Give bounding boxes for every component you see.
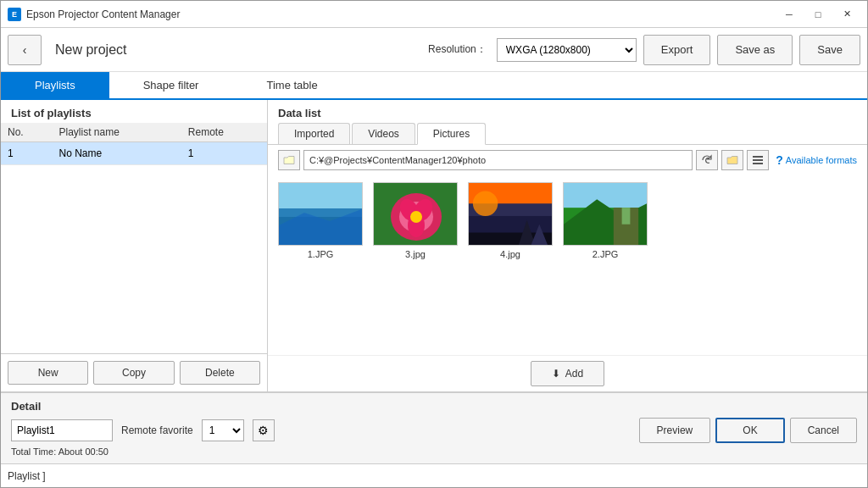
path-row: C:¥@Projects¥ContentManager120¥photo	[268, 145, 867, 175]
list-view-button[interactable]	[747, 150, 769, 170]
export-button[interactable]: Export	[643, 35, 711, 65]
back-button[interactable]: ‹	[8, 35, 42, 65]
save-button[interactable]: Save	[799, 35, 860, 65]
close-button[interactable]: ✕	[833, 5, 860, 24]
app-icon: E	[8, 8, 21, 21]
available-formats-text: Available formats	[786, 155, 857, 165]
left-panel: List of playlists No. Playlist name Remo…	[1, 100, 268, 391]
copy-playlist-button[interactable]: Copy	[93, 361, 174, 385]
svg-rect-2	[753, 163, 763, 164]
toolbar: ‹ New project Resolution： WXGA (1280x800…	[1, 28, 867, 72]
data-list-header: Data list	[268, 100, 867, 123]
tab-pictures[interactable]: Pictures	[417, 123, 486, 145]
resolution-label: Resolution：	[428, 42, 487, 57]
col-no: No.	[1, 123, 52, 142]
main-content: List of playlists No. Playlist name Remo…	[1, 100, 867, 391]
ok-button[interactable]: OK	[715, 418, 784, 443]
delete-playlist-button[interactable]: Delete	[180, 361, 260, 385]
thumbnail-4jpg[interactable]: 4.jpg	[468, 182, 553, 348]
available-formats-link[interactable]: ? Available formats	[776, 153, 857, 167]
total-time: Total Time: About 00:50	[11, 446, 857, 457]
row-remote: 1	[181, 142, 267, 165]
bottom-bar-text: Playlist ]	[8, 470, 46, 482]
main-tabs: Playlists Shape filter Time table	[1, 72, 867, 100]
detail-action-buttons: Preview OK Cancel	[639, 418, 857, 443]
add-label: Add	[565, 368, 583, 380]
table-row[interactable]: 1 No Name 1	[1, 142, 267, 165]
thumb-img-2jpg	[563, 182, 648, 246]
add-btn-row: ⬇ Add	[268, 355, 867, 391]
right-panel: Data list Imported Videos Pictures C:¥@P…	[268, 100, 867, 391]
refresh-button[interactable]	[696, 150, 718, 170]
ocean-image	[279, 183, 362, 245]
window-controls: ─ □ ✕	[776, 5, 860, 24]
thumb-label-1jpg: 1.JPG	[308, 249, 334, 259]
thumb-label-3jpg: 3.jpg	[405, 249, 426, 259]
data-tabs: Imported Videos Pictures	[268, 123, 867, 145]
gear-icon: ⚙	[258, 424, 269, 437]
thumbnails-row: 1.JPG	[268, 175, 867, 355]
thumb-img-1jpg	[278, 182, 363, 246]
thumb-label-4jpg: 4.jpg	[500, 249, 520, 259]
tab-playlists[interactable]: Playlists	[1, 72, 109, 100]
playlists-header: List of playlists	[1, 100, 267, 123]
svg-rect-25	[622, 208, 631, 225]
col-remote: Remote	[181, 123, 267, 142]
open-folder-button[interactable]	[721, 150, 743, 170]
save-as-button[interactable]: Save as	[717, 35, 793, 65]
remote-favorite-label: Remote favorite	[121, 424, 193, 436]
maximize-button[interactable]: □	[804, 5, 832, 24]
row-no: 1	[1, 142, 52, 165]
col-name: Playlist name	[52, 123, 181, 142]
title-bar: E Epson Projector Content Manager ─ □ ✕	[1, 1, 867, 28]
tab-videos[interactable]: Videos	[352, 123, 415, 144]
tab-imported[interactable]: Imported	[278, 123, 350, 144]
add-icon: ⬇	[552, 368, 560, 380]
path-input[interactable]: C:¥@Projects¥ContentManager120¥photo	[303, 150, 693, 170]
thumbnail-3jpg[interactable]: 3.jpg	[373, 182, 458, 348]
add-button[interactable]: ⬇ Add	[531, 361, 604, 386]
app-title: Epson Projector Content Manager	[26, 8, 776, 20]
thumb-label-2jpg: 2.JPG	[593, 249, 619, 259]
playlist-buttons: New Copy Delete	[1, 353, 267, 391]
settings-button[interactable]: ⚙	[253, 419, 275, 441]
remote-favorite-select[interactable]: 1 2 3	[202, 419, 244, 441]
main-window: E Epson Projector Content Manager ─ □ ✕ …	[0, 0, 868, 488]
detail-row: Playlist1 Remote favorite 1 2 3 ⚙ Previe…	[11, 418, 857, 443]
folder-small-icon[interactable]	[278, 150, 300, 170]
svg-point-13	[410, 211, 422, 223]
minimize-button[interactable]: ─	[776, 5, 803, 24]
playlist-name-input[interactable]: Playlist1	[11, 419, 113, 441]
question-icon: ?	[776, 153, 783, 167]
panel-spacer	[1, 165, 267, 353]
preview-button[interactable]: Preview	[639, 418, 711, 443]
resolution-select[interactable]: WXGA (1280x800) XGA (1024x768) WUXGA (19…	[497, 38, 637, 62]
thumb-img-3jpg	[373, 182, 458, 246]
svg-rect-1	[753, 159, 763, 161]
detail-title: Detail	[11, 400, 857, 413]
svg-point-17	[473, 191, 498, 216]
cancel-button[interactable]: Cancel	[790, 418, 857, 443]
tab-shape-filter[interactable]: Shape filter	[109, 72, 233, 100]
playlist-table: No. Playlist name Remote 1 No Name 1	[1, 123, 267, 165]
tab-time-table[interactable]: Time table	[232, 72, 351, 100]
project-name: New project	[48, 42, 421, 58]
thumbnail-2jpg[interactable]: 2.JPG	[563, 182, 648, 348]
row-playlist-name: No Name	[52, 142, 181, 165]
svg-rect-22	[564, 183, 647, 208]
bottom-bar: Playlist ]	[1, 463, 867, 487]
thumb-img-4jpg	[468, 182, 553, 246]
svg-rect-0	[753, 156, 763, 158]
new-playlist-button[interactable]: New	[8, 361, 88, 385]
detail-section: Detail Playlist1 Remote favorite 1 2 3 ⚙…	[1, 391, 867, 463]
thumbnail-1jpg[interactable]: 1.JPG	[278, 182, 363, 348]
